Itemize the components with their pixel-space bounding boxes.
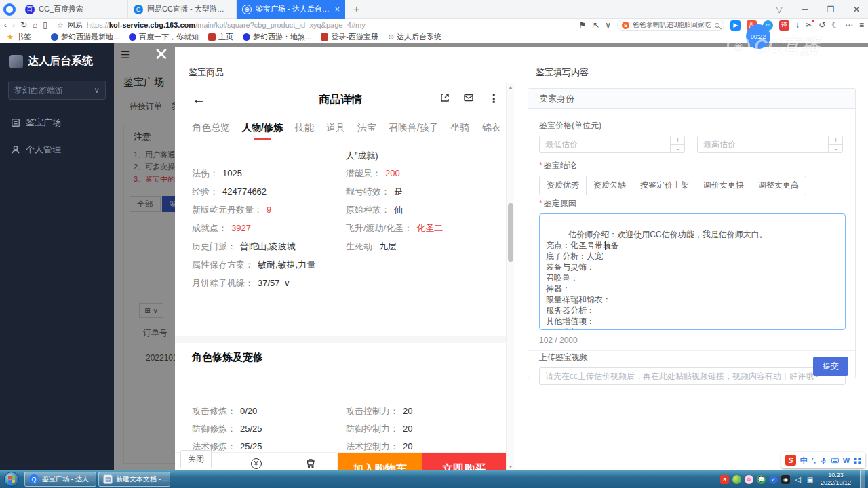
scrollbar-thumb[interactable] (508, 203, 513, 262)
back-icon[interactable]: ‹ (4, 21, 7, 29)
submit-button[interactable]: 提交 (813, 357, 848, 376)
tab-fabao[interactable]: 法宝 (357, 122, 376, 134)
tray-nvidia-icon[interactable]: ◉ (781, 475, 790, 484)
conclusion-option-lacking[interactable]: 资质欠缺 (587, 176, 633, 195)
forward-icon[interactable]: › (12, 21, 15, 29)
tab-outfit[interactable]: 锦衣 (482, 122, 501, 134)
tab-active-jianbao[interactable]: ⊕ 鉴宝广场 - 达人后台系统 × (237, 0, 345, 19)
cultivation-section-title: 角色修炼及宠修 (192, 351, 263, 364)
window-close-button[interactable]: ✕ (845, 1, 868, 18)
product-tabs: 角色总览 人物/修炼 技能 道具 法宝 召唤兽/孩子 坐骑 锦衣 (175, 116, 506, 140)
seller-identity-header: 卖家身份 (528, 89, 855, 109)
tab-baidu-search[interactable]: 百 CC_百度搜索 (20, 0, 128, 19)
show-desktop-button[interactable] (860, 470, 865, 488)
share-icon[interactable]: ⇱ (592, 21, 599, 29)
kebab-menu-icon[interactable]: ⋮ (488, 92, 499, 105)
product-scrollbar[interactable]: ▲ ▼ (506, 83, 514, 470)
taskbar-app-notepad[interactable]: ▤ 新建文本文档 - ... (98, 472, 170, 487)
chevron-down-icon[interactable]: ∨ (605, 21, 611, 29)
ibeam-cursor: Ɪ (607, 241, 612, 252)
more-icon[interactable]: ⋯ (845, 21, 853, 29)
max-price-spinner[interactable]: ＋－ (828, 136, 843, 153)
sidebar-item-personal[interactable]: 个人管理 (0, 136, 114, 163)
sogou-ime-bar[interactable]: S 中 ’, W (781, 452, 865, 468)
refresh-icon[interactable]: ↻ (20, 21, 27, 29)
tab-overview[interactable]: 角色总览 (192, 122, 230, 134)
ime-toolbox-icon[interactable] (854, 457, 861, 464)
window-maximize-button[interactable]: ❐ (819, 1, 842, 18)
stat-row-expandable[interactable]: 月饼粽子机缘：37/57∨ (192, 277, 290, 289)
app-title: 达人后台系统 (28, 54, 93, 68)
tray-sogou-icon[interactable]: S (720, 475, 729, 484)
search-icon[interactable] (715, 23, 719, 28)
ime-wubi-icon[interactable]: W (843, 456, 850, 464)
taskbar-clock[interactable]: 10:23 2022/10/12 (818, 472, 856, 487)
ime-mic-icon[interactable] (820, 457, 827, 464)
conclusion-option-lower-faster[interactable]: 调价卖更快 (696, 176, 751, 195)
sogou-icon: S (622, 22, 629, 29)
sogou-ime-icon[interactable]: S (785, 455, 796, 466)
scroll-up-icon[interactable]: ▲ (507, 85, 515, 89)
video-helper-icon[interactable]: ▶ (730, 20, 741, 30)
tray-green-ball-icon[interactable] (732, 475, 741, 484)
external-link-icon[interactable] (439, 92, 450, 105)
scroll-down-icon[interactable]: ▼ (507, 464, 515, 469)
conclusion-option-list-at-appraised[interactable]: 按鉴定价上架 (633, 176, 696, 195)
bookmark-item[interactable]: ⊕达人后台系统 (388, 32, 441, 42)
yen-icon: ¥ (251, 458, 262, 469)
taskbar-app-browser[interactable]: Q 鉴宝广场 - 达人... (24, 472, 96, 487)
download-icon[interactable]: ↓ (795, 21, 800, 29)
bookmark-item[interactable]: 百度一下，你就知 (129, 32, 199, 42)
mail-icon[interactable] (463, 92, 474, 105)
bookmark-item[interactable]: 登录-西游宝册 (321, 32, 378, 42)
bookmark-item[interactable]: 梦幻西游：地煞... (243, 32, 311, 42)
reading-list-icon[interactable]: ▯ (43, 21, 47, 29)
history-undo-icon[interactable]: ↺ (818, 21, 825, 29)
tab-cc-live[interactable]: C 网易CC直播 - 大型游戏娱乐直播平台 (128, 0, 237, 19)
tab-close-icon[interactable]: × (334, 4, 340, 14)
new-tab-button[interactable]: + (345, 3, 368, 16)
tab-mount[interactable]: 坐骑 (451, 122, 470, 134)
reason-textarea[interactable]: 估价师介绍：欢迎使用CC估价功能，我是估价师大白。 亮点：化圣号带装备 底子分析… (539, 214, 846, 330)
translate-icon[interactable]: 译 (779, 20, 789, 30)
max-price-input[interactable] (697, 136, 843, 153)
bookmark-item[interactable]: 主页 (208, 32, 233, 42)
min-price-spinner[interactable]: ＋－ (670, 136, 685, 153)
huasheng-link[interactable]: 化圣二 (416, 223, 443, 233)
tab-shield-icon[interactable]: ▽ (768, 1, 791, 18)
game-select[interactable]: 梦幻西游端游 ∨ (8, 81, 106, 100)
bookmark-folder[interactable]: ★书签 (7, 32, 31, 42)
bookmark-star-icon[interactable]: ☆ (57, 21, 64, 30)
tab-character[interactable]: 人物/修炼 (242, 122, 283, 134)
bookmark-item[interactable]: 梦幻西游最新地... (51, 32, 119, 42)
tab-item[interactable]: 道具 (326, 122, 345, 134)
min-price-input[interactable] (539, 136, 685, 153)
menu-icon[interactable]: ≡ (859, 21, 864, 29)
tray-volume-icon[interactable]: ◁ (793, 475, 802, 484)
ime-punctuation-icon[interactable]: ’, (812, 456, 816, 464)
flag-icon[interactable]: ⚑ (578, 21, 586, 29)
conclusion-option-excellent[interactable]: 资质优秀 (539, 176, 587, 195)
screenshot-scissors-icon[interactable]: ✂ (806, 21, 812, 29)
tab-skill[interactable]: 技能 (295, 122, 314, 134)
night-mode-icon[interactable]: ☾ (831, 21, 839, 29)
tray-network-icon[interactable]: ▣ (806, 475, 814, 484)
address-bar[interactable]: ☆ 网易 https://kol-service.cbg.163.com/mai… (53, 20, 574, 30)
window-minimize-button[interactable]: ─ (793, 1, 816, 18)
bookmark-icon (243, 33, 250, 41)
home-icon[interactable]: ⌂ (33, 21, 37, 29)
tab-pet[interactable]: 召唤兽/孩子 (389, 122, 439, 134)
sidebar-item-square[interactable]: 鉴宝广场 (0, 109, 114, 136)
tray-flower-icon[interactable]: ✿ (745, 475, 753, 484)
char-counter: 102 / 2000 (539, 336, 844, 345)
browser-logo-icon[interactable] (3, 3, 16, 16)
close-x-icon[interactable]: ✕ (151, 43, 172, 65)
tray-chat-icon[interactable]: 💬 (757, 475, 766, 484)
ime-chinese-mode[interactable]: 中 (800, 455, 808, 466)
sogou-search-box[interactable]: S 爸爸拿喇叭追3胞胎回家吃 (617, 20, 724, 30)
modal-close-button[interactable]: 关闭 (180, 450, 212, 468)
ime-keyboard-icon[interactable] (831, 457, 839, 464)
conclusion-option-adjust-higher[interactable]: 调整卖更高 (751, 176, 806, 195)
tray-shield-icon[interactable]: ✓ (769, 475, 778, 484)
start-button[interactable] (4, 472, 19, 487)
